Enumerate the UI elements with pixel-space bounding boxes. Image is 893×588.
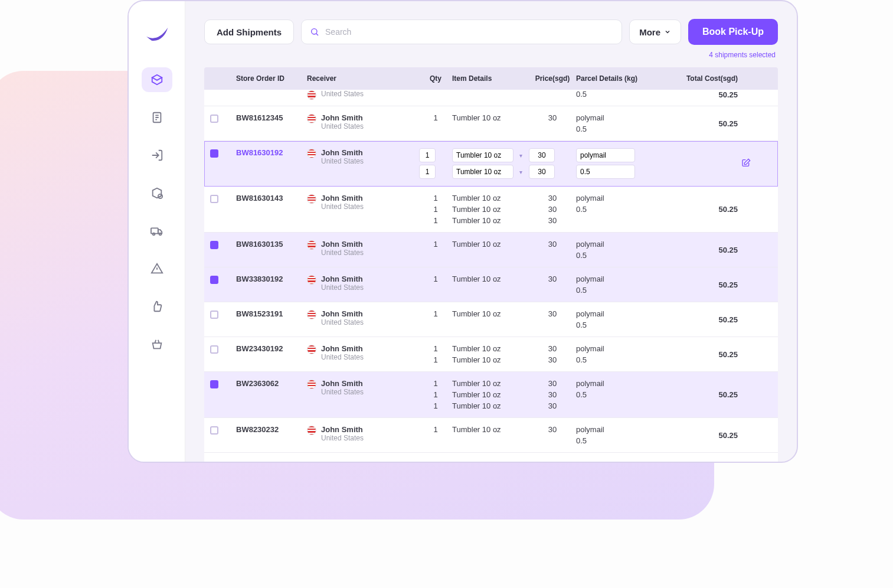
flag-icon xyxy=(307,149,316,158)
price-input[interactable] xyxy=(529,165,555,179)
price-value: 30 xyxy=(529,390,576,399)
table-row[interactable]: BW2363062 John Smith United States 111 T… xyxy=(204,372,778,418)
price-value: 30 xyxy=(529,309,576,318)
item-name: Tumbler 10 oz xyxy=(452,425,529,434)
receiver-country: United States xyxy=(321,318,364,326)
receiver-name: John Smith xyxy=(321,113,364,122)
nav-import-icon[interactable] xyxy=(142,143,172,168)
chevron-down-icon[interactable]: ▾ xyxy=(517,152,525,159)
table-row[interactable]: BW81612345 John Smith United States 1 Tu… xyxy=(204,106,778,141)
qty-value: 1 xyxy=(419,355,452,364)
th-parcel: Parcel Details (kg) xyxy=(576,74,676,83)
row-checkbox[interactable] xyxy=(210,311,218,319)
nav-thumbs-up-icon[interactable] xyxy=(142,294,172,319)
flag-icon xyxy=(307,240,316,250)
nav-alert-icon[interactable] xyxy=(142,256,172,281)
search-icon xyxy=(310,27,319,37)
item-input[interactable] xyxy=(452,165,513,179)
item-name: Tumbler 10 oz xyxy=(452,113,529,122)
th-total: Total Cost(sgd) xyxy=(676,74,741,83)
price-value: 30 xyxy=(529,355,576,364)
th-order-id: Store Order ID xyxy=(236,74,307,83)
chevron-down-icon[interactable]: ▾ xyxy=(517,169,525,175)
qty-input[interactable] xyxy=(419,148,436,162)
book-pickup-button[interactable]: Book Pick-Up xyxy=(688,19,778,45)
item-name: Tumbler 10 oz xyxy=(452,401,529,410)
order-id: BW81630135 xyxy=(236,240,307,249)
receiver-name: John Smith xyxy=(321,194,364,202)
parcel-type: polymail xyxy=(576,240,676,249)
price-input[interactable] xyxy=(529,148,555,162)
item-name: Tumbler 10 oz xyxy=(452,205,529,214)
price-value: 30 xyxy=(529,425,576,434)
item-name: Tumbler 10 oz xyxy=(452,275,529,283)
nav-basket-icon[interactable] xyxy=(142,332,172,357)
item-input[interactable] xyxy=(452,148,513,162)
row-checkbox[interactable] xyxy=(210,241,218,249)
qty-input[interactable] xyxy=(419,165,436,179)
svg-point-5 xyxy=(312,29,317,34)
parcel-type: polymail xyxy=(576,113,676,122)
nav-package-check-icon[interactable] xyxy=(142,181,172,205)
table-row[interactable]: BW23430192 John Smith United States 11 T… xyxy=(204,337,778,372)
flag-icon xyxy=(307,345,316,354)
item-name: Tumbler 10 oz xyxy=(452,216,529,225)
qty-value: 1 xyxy=(419,344,452,353)
row-checkbox[interactable] xyxy=(210,426,218,435)
table-row[interactable]: BW81630143 John Smith United States 111 … xyxy=(204,187,778,233)
receiver-name: John Smith xyxy=(321,425,364,434)
table-header: Store Order ID Receiver Qty Item Details… xyxy=(204,67,778,90)
price-value: 30 xyxy=(529,194,576,202)
row-checkbox[interactable] xyxy=(210,195,218,203)
qty-value: 1 xyxy=(419,379,452,388)
search-field[interactable] xyxy=(301,19,622,44)
item-name: Tumbler 10 oz xyxy=(452,355,529,364)
nav-orders-icon[interactable] xyxy=(142,105,172,130)
row-checkbox[interactable] xyxy=(210,380,218,388)
table-row[interactable]: BW33830192 John Smith United States 1 Tu… xyxy=(204,267,778,302)
receiver-country: United States xyxy=(321,434,364,442)
receiver-country: United States xyxy=(321,202,364,211)
table-row[interactable]: BW81630135 John Smith United States 1 Tu… xyxy=(204,233,778,267)
order-id: BW2363062 xyxy=(236,379,307,388)
app-window: Add Shipments More Book Pick-Up 4 shipme… xyxy=(127,0,798,463)
total-cost: 50.25 xyxy=(676,246,741,254)
edit-icon[interactable] xyxy=(741,158,751,168)
table-row[interactable]: BW81630192 John Smith United States ▾▾ xyxy=(204,141,778,187)
parcel-weight-input[interactable] xyxy=(576,165,635,179)
table-row[interactable]: BW81523191 John Smith United States 1 Tu… xyxy=(204,302,778,337)
parcel-weight: 0.5 xyxy=(576,436,676,445)
table-body[interactable]: United States 0.5 50.25 BW81612345 John … xyxy=(204,90,778,462)
receiver-name: John Smith xyxy=(321,240,364,249)
flag-icon xyxy=(307,114,316,123)
search-input[interactable] xyxy=(325,27,613,37)
total-cost: 50.25 xyxy=(676,350,741,359)
more-button[interactable]: More xyxy=(629,19,681,44)
parcel-weight: 0.5 xyxy=(576,355,676,364)
add-shipments-button[interactable]: Add Shipments xyxy=(204,19,294,44)
row-checkbox[interactable] xyxy=(210,345,218,354)
logo-icon xyxy=(144,22,170,44)
nav-truck-icon[interactable] xyxy=(142,218,172,243)
receiver-name: John Smith xyxy=(321,309,364,318)
shipments-selected-label: 4 shipments selected xyxy=(204,51,778,59)
nav-shipments-icon[interactable] xyxy=(142,67,172,92)
order-id: BW81523191 xyxy=(236,309,307,318)
price-value: 30 xyxy=(529,401,576,410)
row-checkbox[interactable] xyxy=(210,149,218,158)
price-value: 30 xyxy=(529,379,576,388)
parcel-weight: 0.5 xyxy=(576,125,676,133)
row-checkbox[interactable] xyxy=(210,115,218,123)
item-name: Tumbler 10 oz xyxy=(452,379,529,388)
table-row[interactable]: BW8230232 John Smith United States 1 Tum… xyxy=(204,418,778,453)
flag-icon xyxy=(307,194,316,204)
order-id: BW8230232 xyxy=(236,425,307,434)
parcel-type: polymail xyxy=(576,379,676,388)
parcel-type-input[interactable] xyxy=(576,148,635,162)
qty-value: 1 xyxy=(419,309,452,318)
row-checkbox[interactable] xyxy=(210,276,218,284)
price-value: 30 xyxy=(529,275,576,283)
order-id: BW81612345 xyxy=(236,113,307,122)
item-name: Tumbler 10 oz xyxy=(452,309,529,318)
table-row-partial[interactable]: United States 0.5 50.25 xyxy=(204,90,778,106)
